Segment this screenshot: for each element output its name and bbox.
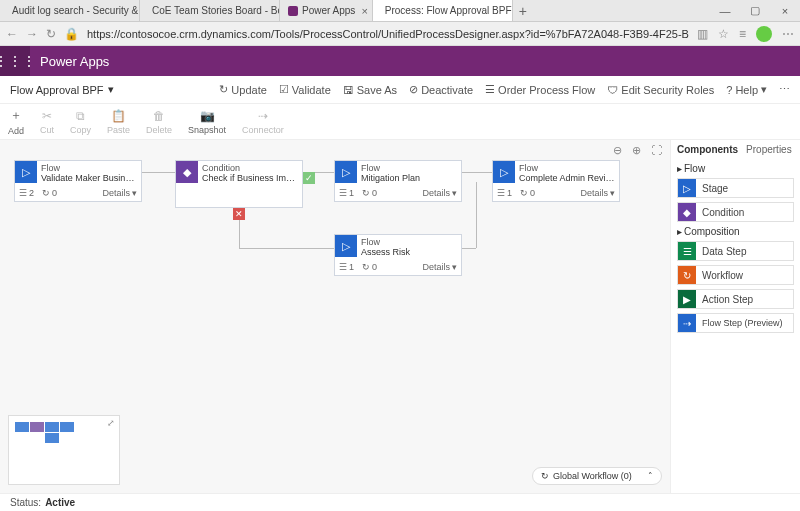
card-type: Condition xyxy=(202,163,298,173)
app-title: Power Apps xyxy=(40,54,109,69)
steps-count: ☰ 2 xyxy=(19,188,34,198)
card-name: Mitigation Plan xyxy=(361,173,420,183)
details-toggle[interactable]: Details ▾ xyxy=(422,188,457,198)
card-name: Validate Maker Business Require… xyxy=(41,173,137,183)
section-composition[interactable]: ▸ Composition xyxy=(677,226,794,237)
component-flow-step[interactable]: ⇢Flow Step (Preview) xyxy=(677,313,794,333)
edit-security-button[interactable]: 🛡 Edit Security Roles xyxy=(607,83,714,96)
paste-button[interactable]: 📋Paste xyxy=(107,109,130,135)
process-name[interactable]: Flow Approval BPF▾ xyxy=(10,83,114,96)
save-as-button[interactable]: 🖫 Save As xyxy=(343,83,397,96)
designer-canvas[interactable]: ⊖ ⊕ ⛶ ▷ Flow Validate Maker Business Req… xyxy=(0,140,670,493)
tab-label: Audit log search - Security & C xyxy=(12,5,140,16)
flow-step-icon: ⇢ xyxy=(678,314,696,332)
waffle-icon[interactable]: ⋮⋮⋮ xyxy=(0,46,30,76)
steps-count: ☰ 1 xyxy=(497,188,512,198)
component-stage[interactable]: ▷Stage xyxy=(677,178,794,198)
refresh-icon[interactable]: ↻ xyxy=(46,27,56,41)
address-bar: ← → ↻ 🔒 https://contosocoe.crm.dynamics.… xyxy=(0,22,800,46)
flow-icon: ▷ xyxy=(335,161,357,183)
duration: ↻ 0 xyxy=(362,262,377,272)
zoom-out-icon[interactable]: ⊖ xyxy=(613,144,622,157)
maximize-icon[interactable]: ▢ xyxy=(740,0,770,21)
fit-icon[interactable]: ⛶ xyxy=(651,144,662,157)
avatar[interactable] xyxy=(756,26,772,42)
flow-stage-card[interactable]: ▷ Flow Assess Risk ☰ 1 ↻ 0 Details ▾ xyxy=(334,234,462,276)
browser-tab-active[interactable]: Process: Flow Approval BPF - M× xyxy=(373,0,513,21)
order-process-button[interactable]: ☰ Order Process Flow xyxy=(485,83,595,96)
menu-icon[interactable]: ⋯ xyxy=(782,27,794,41)
flow-stage-card[interactable]: ▷ Flow Mitigation Plan ☰ 1 ↻ 0 Details ▾ xyxy=(334,160,462,202)
close-window-icon[interactable]: × xyxy=(770,0,800,21)
card-type: Flow xyxy=(41,163,137,173)
details-toggle[interactable]: Details ▾ xyxy=(422,262,457,272)
browser-tab[interactable]: Audit log search - Security & C× xyxy=(0,0,140,21)
component-action-step[interactable]: ▶Action Step xyxy=(677,289,794,309)
workflow-icon: ↻ xyxy=(678,266,696,284)
deactivate-button[interactable]: ⊘ Deactivate xyxy=(409,83,473,96)
browser-tab-strip: Audit log search - Security & C× CoE Tea… xyxy=(0,0,800,22)
global-workflow-toggle[interactable]: ↻ Global Workflow (0) ˄ xyxy=(532,467,662,485)
favorites-list-icon[interactable]: ≡ xyxy=(739,27,746,41)
flow-stage-card[interactable]: ▷ Flow Validate Maker Business Require… … xyxy=(14,160,142,202)
flow-stage-card[interactable]: ▷ Flow Complete Admin Review ☰ 1 ↻ 0 Det… xyxy=(492,160,620,202)
zoom-in-icon[interactable]: ⊕ xyxy=(632,144,641,157)
card-type: Flow xyxy=(361,163,420,173)
minimize-icon[interactable]: — xyxy=(710,0,740,21)
card-type: Flow xyxy=(361,237,410,247)
section-flow[interactable]: ▸ Flow xyxy=(677,163,794,174)
expand-icon[interactable]: ⤢ xyxy=(107,418,115,428)
details-toggle[interactable]: Details ▾ xyxy=(102,188,137,198)
chevron-down-icon: ▾ xyxy=(108,83,114,96)
copy-button[interactable]: ⧉Copy xyxy=(70,109,91,135)
validate-button[interactable]: ☑ Validate xyxy=(279,83,331,96)
stage-icon: ▷ xyxy=(678,179,696,197)
yes-branch-icon: ✓ xyxy=(303,172,315,184)
browser-tab[interactable]: Power Apps× xyxy=(280,0,373,21)
connector-button[interactable]: ⇢Connector xyxy=(242,109,284,135)
tab-label: CoE Team Stories Board - Boards xyxy=(152,5,280,16)
cut-button[interactable]: ✂Cut xyxy=(40,109,54,135)
condition-icon: ◆ xyxy=(176,161,198,183)
reader-icon[interactable]: ▥ xyxy=(697,27,708,41)
tab-label: Process: Flow Approval BPF - M xyxy=(385,5,513,16)
command-bar: Flow Approval BPF▾ ↻ Update ☑ Validate 🖫… xyxy=(0,76,800,104)
flow-icon: ▷ xyxy=(493,161,515,183)
component-data-step[interactable]: ☰Data Step xyxy=(677,241,794,261)
condition-card[interactable]: ◆ Condition Check if Business Impact is … xyxy=(175,160,303,208)
tab-components[interactable]: Components xyxy=(677,144,738,155)
url-field[interactable]: https://contosocoe.crm.dynamics.com/Tool… xyxy=(87,28,689,40)
forward-icon[interactable]: → xyxy=(26,27,38,41)
component-condition[interactable]: ◆Condition xyxy=(677,202,794,222)
browser-tab[interactable]: CoE Team Stories Board - Boards× xyxy=(140,0,280,21)
minimap[interactable]: ⤢ xyxy=(8,415,120,485)
flow-icon: ▷ xyxy=(335,235,357,257)
details-toggle[interactable]: Details ▾ xyxy=(580,188,615,198)
help-button[interactable]: ? Help ▾ xyxy=(726,83,767,96)
lock-icon: 🔒 xyxy=(64,27,79,41)
card-name: Complete Admin Review xyxy=(519,173,615,183)
chevron-up-icon: ˄ xyxy=(648,471,653,481)
app-bar: ⋮⋮⋮ Power Apps xyxy=(0,46,800,76)
back-icon[interactable]: ← xyxy=(6,27,18,41)
data-step-icon: ☰ xyxy=(678,242,696,260)
action-step-icon: ▶ xyxy=(678,290,696,308)
status-bar: Status: Active xyxy=(0,493,800,511)
new-tab-button[interactable]: + xyxy=(513,0,533,21)
duration: ↻ 0 xyxy=(42,188,57,198)
overflow-icon[interactable]: ⋯ xyxy=(779,83,790,96)
card-name: Check if Business Impact is High xyxy=(202,173,298,183)
flow-icon: ▷ xyxy=(15,161,37,183)
delete-button[interactable]: 🗑Delete xyxy=(146,109,172,135)
close-icon[interactable]: × xyxy=(361,5,367,17)
update-button[interactable]: ↻ Update xyxy=(219,83,266,96)
workflow-icon: ↻ xyxy=(541,471,549,481)
component-workflow[interactable]: ↻Workflow xyxy=(677,265,794,285)
snapshot-button[interactable]: 📷Snapshot xyxy=(188,109,226,135)
add-button[interactable]: ＋Add xyxy=(8,107,24,136)
favorite-icon[interactable]: ☆ xyxy=(718,27,729,41)
card-type: Flow xyxy=(519,163,615,173)
duration: ↻ 0 xyxy=(520,188,535,198)
tab-label: Power Apps xyxy=(302,5,355,16)
tab-properties[interactable]: Properties xyxy=(746,144,792,155)
